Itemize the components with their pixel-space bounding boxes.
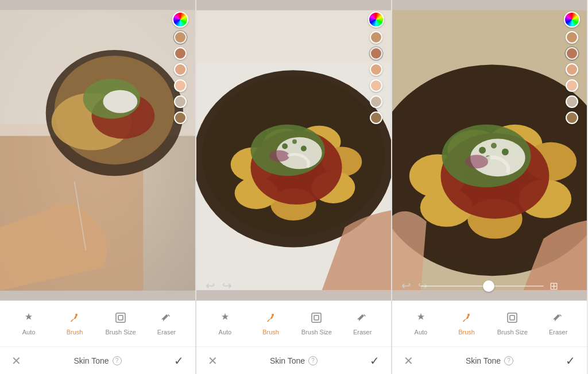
tool-brush-panel3[interactable]: Brush <box>451 312 482 336</box>
auto-icon-panel3 <box>415 312 427 326</box>
swatch-3-panel3[interactable] <box>566 63 578 76</box>
brushsize-icon-panel1 <box>115 312 126 326</box>
tool-auto-panel1[interactable]: Auto <box>13 312 45 336</box>
tool-brushsize-panel2[interactable]: Brush Size <box>301 312 332 336</box>
tool-eraser-panel2[interactable]: Eraser <box>347 312 378 336</box>
swatch-6-panel2[interactable] <box>370 111 382 124</box>
eraser-icon-panel3 <box>552 312 564 326</box>
help-button-panel1[interactable]: ? <box>113 356 122 365</box>
brushsize-icon-panel2 <box>311 312 322 326</box>
swatch-5-panel2[interactable] <box>370 95 382 108</box>
swatch-4-panel3[interactable] <box>566 79 578 92</box>
tool-brush-panel2[interactable]: Brush <box>255 312 287 336</box>
svg-point-27 <box>292 140 297 144</box>
swatch-3-panel2[interactable] <box>370 63 382 76</box>
confirm-button-panel1[interactable]: ✓ <box>174 354 184 368</box>
cancel-button-panel2[interactable]: ✕ <box>208 354 218 368</box>
help-button-panel3[interactable]: ? <box>504 356 513 365</box>
brushsize-label-panel2: Brush Size <box>301 329 332 336</box>
confirm-button-panel2[interactable]: ✓ <box>370 354 380 368</box>
swatch-1-panel1[interactable] <box>174 31 187 44</box>
panel-1: Auto Brush Brush Size Eraser ✕ Skin Tone… <box>0 0 196 374</box>
rainbow-swatch-panel2[interactable] <box>368 11 384 28</box>
svg-point-49 <box>491 143 497 149</box>
auto-icon-panel2 <box>219 312 231 326</box>
slider-track-panel3[interactable] <box>421 286 544 287</box>
svg-rect-34 <box>314 315 319 320</box>
skin-tone-label-panel3: Skin Tone <box>466 356 501 365</box>
swatch-2-panel1[interactable] <box>174 47 187 60</box>
svg-point-48 <box>479 147 486 154</box>
auto-icon-panel1 <box>23 312 34 326</box>
tool-brush-panel1[interactable]: Brush <box>59 312 91 336</box>
swatch-1-panel3[interactable] <box>566 31 578 44</box>
svg-rect-33 <box>312 313 321 322</box>
svg-point-53 <box>467 314 470 316</box>
toolbar-panel3: Auto Brush Brush Size Eraser <box>392 300 587 346</box>
panel1-image-area <box>0 0 195 300</box>
bottom-bar-panel2: ✕ Skin Tone ? ✓ <box>196 346 391 374</box>
panel-3: ↩ ↪ ⊞ Auto Brush Brush <box>392 0 587 374</box>
bottom-bar-panel3: ✕ Skin Tone ? ✓ <box>392 346 587 374</box>
svg-point-29 <box>269 151 289 162</box>
undo-arrow-panel2[interactable]: ↩ <box>206 279 215 292</box>
redo-arrow-panel2[interactable]: ↪ <box>222 279 232 292</box>
brush-label-panel1: Brush <box>67 329 83 336</box>
eraser-label-panel3: Eraser <box>549 329 567 336</box>
brushsize-label-panel1: Brush Size <box>105 329 136 336</box>
color-swatches-panel1 <box>172 11 188 124</box>
eraser-label-panel1: Eraser <box>157 329 176 336</box>
svg-point-10 <box>75 314 78 316</box>
bottom-center-panel2: Skin Tone ? <box>270 356 318 365</box>
svg-point-26 <box>282 144 288 149</box>
panel2-image-area: ↩ ↪ <box>196 0 391 300</box>
undo-arrow-panel3[interactable]: ↩ <box>401 279 411 292</box>
tool-eraser-panel3[interactable]: Eraser <box>543 312 574 336</box>
brush-icon-panel2 <box>265 312 277 326</box>
svg-rect-54 <box>508 313 517 322</box>
tool-auto-panel3[interactable]: Auto <box>405 312 436 336</box>
auto-label-panel2: Auto <box>219 329 232 336</box>
swatch-5-panel3[interactable] <box>566 95 578 108</box>
svg-point-50 <box>502 149 509 156</box>
slider-thumb-panel3[interactable] <box>483 280 494 292</box>
svg-point-52 <box>465 155 488 168</box>
tool-brushsize-panel3[interactable]: Brush Size <box>497 312 528 336</box>
skin-tone-label-panel1: Skin Tone <box>74 356 109 365</box>
rainbow-swatch-panel1[interactable] <box>172 11 188 28</box>
swatch-6-panel3[interactable] <box>566 111 578 124</box>
tool-auto-panel2[interactable]: Auto <box>209 312 241 336</box>
svg-point-28 <box>301 146 307 152</box>
compare-icon-panel3[interactable]: ⊞ <box>550 280 558 292</box>
rainbow-swatch-panel3[interactable] <box>564 11 580 28</box>
swatch-6-panel1[interactable] <box>174 111 187 124</box>
swatch-4-panel1[interactable] <box>174 79 187 92</box>
cancel-button-panel3[interactable]: ✕ <box>404 354 413 368</box>
tool-eraser-panel1[interactable]: Eraser <box>151 312 183 336</box>
tool-brushsize-panel1[interactable]: Brush Size <box>105 312 137 336</box>
confirm-button-panel3[interactable]: ✓ <box>566 354 575 368</box>
swatch-2-panel2[interactable] <box>370 47 382 60</box>
toolbar-panel1: Auto Brush Brush Size Eraser <box>0 300 195 346</box>
swatch-4-panel2[interactable] <box>370 79 382 92</box>
swatch-2-panel3[interactable] <box>566 47 578 60</box>
eraser-label-panel2: Eraser <box>353 329 372 336</box>
swatch-1-panel2[interactable] <box>370 31 382 44</box>
toolbar-panel2: Auto Brush Brush Size Eraser <box>196 300 391 346</box>
cancel-button-panel1[interactable]: ✕ <box>11 354 21 368</box>
auto-label-panel3: Auto <box>415 329 428 336</box>
help-button-panel2[interactable]: ? <box>308 356 318 365</box>
brushsize-label-panel3: Brush Size <box>497 329 528 336</box>
bottom-center-panel1: Skin Tone ? <box>74 356 121 365</box>
color-swatches-panel2 <box>368 11 384 124</box>
swatch-3-panel1[interactable] <box>174 63 187 76</box>
eraser-icon-panel2 <box>357 312 368 326</box>
eraser-icon-panel1 <box>161 312 172 326</box>
swatch-5-panel1[interactable] <box>174 95 187 108</box>
brush-icon-panel3 <box>461 312 473 326</box>
svg-rect-30 <box>196 10 391 61</box>
color-swatches-panel3 <box>564 11 580 124</box>
svg-point-32 <box>272 314 274 316</box>
skin-tone-label-panel2: Skin Tone <box>270 356 305 365</box>
bottom-center-panel3: Skin Tone ? <box>466 356 513 365</box>
